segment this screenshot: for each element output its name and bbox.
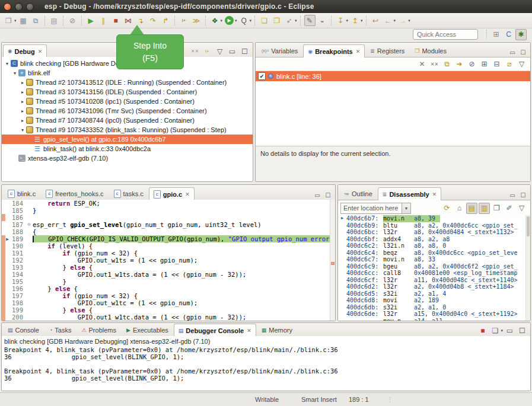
remove-all-terminated-icon[interactable]: ✕✕ xyxy=(189,46,200,57)
line-number[interactable]: 193 xyxy=(5,264,26,271)
code-line-189[interactable]: ▶189 GPIO_CHECK(GPIO_IS_VALID_OUTPUT_GPI… xyxy=(2,235,335,242)
code-text[interactable]: GPIO.out_w1tc = (1 << gpio_num); xyxy=(33,299,335,306)
code-line-184[interactable]: 184 return ESP_OK; xyxy=(2,200,335,207)
tree-item-thread-9-1073433352-bl[interactable]: ▾Thread #9 1073433352 (blink_task : Runn… xyxy=(2,125,253,135)
profile-button-icon[interactable]: Q xyxy=(238,15,250,26)
disassembly-line[interactable]: 400dc6b9:bltua8, a2, 0x400dc6cc <gpio_se… xyxy=(338,222,530,229)
code-line-199[interactable]: 199 } else { xyxy=(2,306,335,314)
tab-breakpoints[interactable]: ◉Breakpoints✕ xyxy=(303,44,365,57)
disassembly-line[interactable]: 400dc6c2:l32i.na8, a8, 0 xyxy=(338,242,530,250)
terminate-icon[interactable]: ■ xyxy=(477,325,488,336)
tab-gpio-c[interactable]: cgpio.c✕ xyxy=(149,187,195,200)
disassembly-line[interactable]: mov.na14, a11 xyxy=(338,318,530,321)
tab-blink-c[interactable]: cblink.c xyxy=(3,187,40,200)
disassembly-line[interactable]: 400dc6c4:beqza8, 0x400dc6cc <gpio_set_le… xyxy=(338,250,530,257)
previous-annotation-icon[interactable]: ↥ xyxy=(349,15,361,26)
line-number[interactable]: 185 xyxy=(5,207,26,214)
breakpoint-checkbox[interactable]: ✔ xyxy=(258,72,266,80)
fold-collapse-icon[interactable]: ⊖ xyxy=(26,221,33,228)
overview-diff-marker[interactable] xyxy=(331,262,335,265)
suspend-icon[interactable]: ∥ xyxy=(98,15,109,26)
open-project-folder-icon[interactable]: ❏ xyxy=(259,15,270,26)
disassembly-line[interactable]: 400dc6cc:call80x40081e00 <esp_log_timest… xyxy=(338,270,530,277)
overview-ruler[interactable] xyxy=(330,200,335,321)
line-number[interactable]: 187 xyxy=(5,221,26,228)
disassembly-line[interactable]: ▶400dc6b7:movi.na8, 39 xyxy=(338,215,530,222)
step-return-icon[interactable]: ↱ xyxy=(160,15,171,26)
minimize-icon[interactable]: ▭ xyxy=(508,190,517,200)
expanded-arrow-icon[interactable]: ▾ xyxy=(20,127,26,133)
tab-freertos-hooks-c[interactable]: cfreertos_hooks.c xyxy=(41,187,108,200)
tab-problems[interactable]: ⚠Problems xyxy=(77,323,121,336)
remove-all-breakpoints-icon[interactable]: ✕✕ xyxy=(429,59,440,70)
maximize-icon[interactable]: ☐ xyxy=(518,190,528,200)
disassembly-line[interactable]: 400dc6d8:movia2, 189 xyxy=(338,297,530,304)
code-text[interactable]: if (gpio_num < 32) { xyxy=(33,292,335,299)
collapsed-arrow-icon[interactable]: ▸ xyxy=(20,99,26,104)
back-icon[interactable]: ← xyxy=(383,15,394,26)
disassembly-line[interactable]: 400dc6db:s32ia2, a1, 0 xyxy=(338,304,530,311)
disassembly-scrollbar[interactable] xyxy=(525,215,530,321)
minimize-window-button[interactable] xyxy=(15,3,23,11)
code-line-192[interactable]: 192 GPIO.out_w1ts = (1 << gpio_num); xyxy=(2,257,335,264)
tab-modules[interactable]: ❒Modules xyxy=(410,44,451,57)
disassembly-line[interactable]: 400dc6d5:s32ia2, a1, 4 xyxy=(338,290,530,298)
tree-item-thread-5-1073410208-ip[interactable]: ▸Thread #5 1073410208 (ipc1) (Suspended … xyxy=(2,97,253,106)
sync-icon[interactable]: ⟳ xyxy=(441,203,453,214)
code-text[interactable] xyxy=(33,214,335,221)
disassembly-line[interactable]: 400dc6bc:l32ra8, 0x400d0484 <_stext+1132… xyxy=(338,229,530,236)
maximize-window-button[interactable] xyxy=(26,3,34,11)
line-number[interactable]: 186 xyxy=(5,214,26,221)
code-line-188[interactable]: 188{ xyxy=(2,228,335,235)
show-source-icon[interactable]: ▤ xyxy=(466,203,477,214)
tree-item-blink-task-at-blink-c[interactable]: ☰blink_task() at blink.c:33 0x400dbc2a xyxy=(2,144,253,154)
quick-access-input[interactable]: Quick Access xyxy=(413,29,478,40)
close-icon[interactable]: ✕ xyxy=(432,191,437,197)
code-editor[interactable]: 184 return ESP_OK;185}186187⊖esp_err_t g… xyxy=(2,200,335,321)
code-line-193[interactable]: 193 } else { xyxy=(2,264,335,271)
code-line-197[interactable]: 197 if (gpio_num < 32) { xyxy=(2,292,335,299)
open-folder-icon[interactable]: ❐ xyxy=(271,15,282,26)
disassembly-line[interactable]: 400dc6c7:movi.na8, 33 xyxy=(338,256,530,263)
close-icon[interactable]: ✕ xyxy=(185,191,190,197)
code-text[interactable]: } else { xyxy=(33,285,335,292)
code-line-185[interactable]: 185} xyxy=(2,207,335,214)
forward-icon[interactable]: → xyxy=(397,15,408,26)
scrollbar-thumb[interactable] xyxy=(527,216,530,236)
code-text[interactable]: GPIO.out1_w1ts.data = (1 << (gpio_num - … xyxy=(33,271,335,278)
view-menu-icon[interactable]: ▽ xyxy=(516,203,527,214)
tab-registers[interactable]: ≣Registers xyxy=(365,44,409,57)
tree-item-blink-elf[interactable]: ▾eblink.elf xyxy=(2,68,253,78)
disassembly-line[interactable]: 400dc6cf:l32ra11, 0x400d048c <_stext+114… xyxy=(338,277,530,284)
tree-item-thread-7-1073408744-ip[interactable]: ▸Thread #7 1073408744 (ipc0) (Suspended … xyxy=(2,116,253,125)
expanded-arrow-icon[interactable]: ▾ xyxy=(12,71,18,76)
disassembly-line[interactable]: 400dc6bf:addx4a8, a2, a8 xyxy=(338,236,530,243)
collapsed-arrow-icon[interactable]: ▸ xyxy=(20,108,26,114)
collapsed-arrow-icon[interactable]: ▸ xyxy=(20,89,26,95)
view-menu-icon[interactable]: ▽ xyxy=(214,46,225,57)
display-selected-console-icon[interactable]: ❏ xyxy=(489,325,501,336)
code-text[interactable]: } xyxy=(33,278,335,285)
use-step-filters-icon[interactable]: ≫ xyxy=(191,15,202,26)
cpp-perspective-icon[interactable]: C xyxy=(503,29,514,40)
next-annotation-icon-dropdown[interactable]: ▾ xyxy=(346,18,349,23)
new-wizard-icon-dropdown[interactable]: ▾ xyxy=(14,18,17,23)
run-button-icon-dropdown[interactable]: ▾ xyxy=(235,18,237,23)
code-text[interactable]: esp_err_t gpio_set_level(gpio_num_t gpio… xyxy=(33,221,335,228)
back-icon-dropdown[interactable]: ▾ xyxy=(394,18,396,23)
disassembly-line[interactable]: 400dc6d2:l32ra2, 0x400d04b8 <_stext+1184… xyxy=(338,283,530,290)
collapsed-arrow-icon[interactable]: ▸ xyxy=(20,80,26,85)
tab-tasks-c[interactable]: ctasks.c xyxy=(109,187,148,200)
code-line-191[interactable]: 191 if (gpio_num < 32) { xyxy=(2,250,335,257)
line-number[interactable]: 200 xyxy=(5,314,26,321)
location-input[interactable]: Enter location here xyxy=(340,203,402,214)
tab-variables[interactable]: (x)=Variables xyxy=(257,44,302,57)
resume-icon[interactable]: ▶ xyxy=(85,15,97,26)
mark-occurrences-icon[interactable]: ✎ xyxy=(304,15,316,26)
line-number[interactable]: 192 xyxy=(5,257,26,264)
binary-file-icon[interactable]: ▤ xyxy=(49,15,60,26)
tab-tasks[interactable]: ◔Tasks xyxy=(44,323,77,336)
code-line-200[interactable]: 200 GPIO.out1_w1tc.data = (1 << (gpio_nu… xyxy=(2,314,335,321)
code-line-190[interactable]: 190 if (level) { xyxy=(2,242,335,250)
maximize-icon[interactable]: ☐ xyxy=(517,325,528,336)
